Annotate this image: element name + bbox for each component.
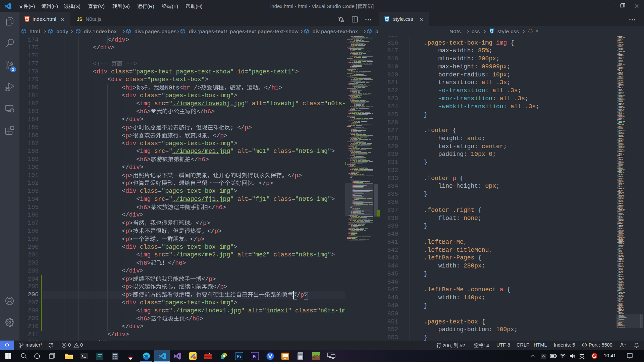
svg-text:Ps: Ps bbox=[237, 354, 241, 358]
svg-text:Pr: Pr bbox=[253, 354, 257, 358]
